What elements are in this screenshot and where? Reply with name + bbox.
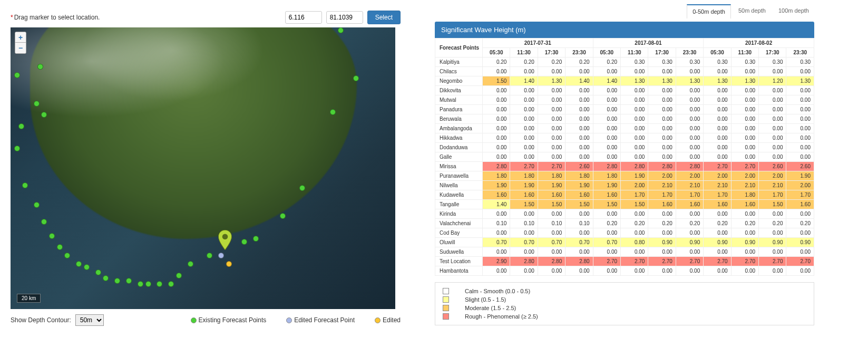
wave-value-cell: 0.00 [759, 124, 786, 133]
wave-value-cell: 0.30 [731, 57, 758, 67]
forecast-point-marker[interactable] [207, 253, 212, 258]
wave-value-cell: 0.00 [621, 95, 648, 105]
wave-value-cell: 0.00 [704, 105, 731, 114]
depth-contour-select[interactable]: 50m [75, 314, 104, 326]
wave-value-cell: 0.00 [759, 114, 786, 124]
lat-input[interactable] [285, 11, 322, 24]
forecast-point-marker[interactable] [218, 253, 224, 258]
forecast-point-marker[interactable] [114, 278, 120, 284]
wave-value-cell: 0.00 [565, 247, 593, 257]
forecast-point-marker[interactable] [330, 109, 336, 115]
wave-value-cell: 0.00 [483, 133, 510, 143]
wave-value-cell: 0.00 [676, 209, 703, 219]
wave-value-cell: 0.20 [593, 57, 620, 67]
wave-value-cell: 2.00 [731, 171, 758, 181]
forecast-point-marker[interactable] [34, 101, 40, 107]
forecast-point-marker[interactable] [176, 273, 182, 278]
forecast-point-marker[interactable] [168, 281, 174, 287]
forecast-point-marker[interactable] [241, 239, 247, 245]
legend-row: Rough - Phenomenal (≥ 2.5) [443, 312, 806, 321]
wave-value-cell: 2.60 [759, 162, 786, 171]
wave-value-cell: 1.30 [676, 76, 703, 86]
wave-value-cell: 0.00 [704, 114, 731, 124]
wave-value-cell: 0.00 [759, 86, 786, 95]
wave-value-cell: 0.00 [593, 209, 620, 219]
legend-label: Moderate (1.5 - 2.5) [465, 304, 516, 312]
forecast-point-marker[interactable] [103, 275, 109, 281]
location-pin-icon[interactable] [218, 230, 232, 244]
forecast-point-marker[interactable] [41, 219, 47, 225]
wave-value-cell: 0.00 [704, 133, 731, 143]
wave-value-cell: 0.00 [759, 133, 786, 143]
wave-value-cell: 0.20 [565, 57, 593, 67]
wave-value-cell: 0.00 [510, 152, 538, 162]
wave-value-cell: 0.00 [483, 114, 510, 124]
forecast-point-marker[interactable] [280, 213, 286, 219]
wave-value-cell: 1.50 [621, 200, 648, 209]
wave-value-cell: 1.20 [759, 76, 786, 86]
lon-input[interactable] [326, 11, 363, 24]
tab-depth-50[interactable]: 50m depth [733, 4, 771, 18]
wave-value-cell: 2.80 [483, 162, 510, 171]
wave-value-cell: 0.30 [621, 57, 648, 67]
wave-value-cell: 1.50 [593, 200, 620, 209]
tab-depth-0-50[interactable]: 0-50m depth [687, 4, 731, 19]
map-view[interactable]: + − 20 km [11, 27, 395, 309]
wave-value-cell: 1.40 [510, 76, 538, 86]
wave-value-cell: 0.00 [510, 209, 538, 219]
wave-value-cell: 1.50 [565, 200, 593, 209]
wave-value-cell: 0.10 [538, 219, 565, 228]
time-header: 05:30 [483, 48, 510, 57]
wave-value-cell: 1.40 [593, 76, 620, 86]
wave-value-cell: 0.00 [621, 247, 648, 257]
wave-value-cell: 2.90 [483, 257, 510, 266]
wave-value-cell: 0.20 [648, 219, 676, 228]
forecast-point-label: Puranawella [435, 171, 483, 181]
wave-value-cell: 1.80 [593, 171, 620, 181]
wave-value-cell: 0.00 [593, 152, 620, 162]
forecast-point-marker[interactable] [157, 281, 162, 287]
forecast-point-marker[interactable] [57, 244, 63, 250]
wave-value-cell: 1.30 [648, 76, 676, 86]
tab-depth-100[interactable]: 100m depth [773, 4, 814, 18]
select-button[interactable]: Select [367, 11, 401, 24]
forecast-point-marker[interactable] [299, 185, 305, 191]
wave-value-cell: 1.60 [483, 190, 510, 200]
forecast-point-marker[interactable] [18, 123, 24, 129]
forecast-point-marker[interactable] [188, 261, 193, 267]
forecast-point-marker[interactable] [14, 146, 20, 151]
forecast-point-marker[interactable] [126, 278, 132, 284]
legend-row: Slight (0.5 - 1.5) [443, 295, 806, 304]
wave-value-cell: 0.20 [621, 219, 648, 228]
table-row: Negombo1.501.401.301.401.401.301.301.301… [435, 76, 814, 86]
zoom-in-button[interactable]: + [15, 32, 26, 43]
table-row: Valachchenai0.100.100.100.100.200.200.20… [435, 219, 814, 228]
forecast-point-marker[interactable] [226, 261, 232, 267]
wave-value-cell: 0.00 [565, 143, 593, 152]
wave-value-cell: 0.00 [676, 152, 703, 162]
forecast-point-marker[interactable] [34, 202, 40, 208]
wave-value-cell: 2.70 [759, 257, 786, 266]
wave-value-cell: 0.70 [593, 238, 620, 247]
forecast-point-marker[interactable] [64, 253, 70, 258]
forecast-point-marker[interactable] [22, 182, 28, 188]
forecast-title: Significant Wave Height (m) [435, 22, 814, 38]
wave-value-cell: 0.00 [621, 152, 648, 162]
legend-edited: Edited [375, 316, 401, 324]
wave-value-cell: 0.00 [731, 209, 758, 219]
forecast-point-marker[interactable] [338, 27, 344, 33]
wave-value-cell: 1.60 [648, 200, 676, 209]
wave-value-cell: 0.00 [676, 86, 703, 95]
forecast-point-marker[interactable] [95, 269, 101, 275]
forecast-point-marker[interactable] [49, 233, 55, 239]
zoom-out-button[interactable]: − [15, 43, 26, 53]
wave-value-cell: 1.70 [704, 190, 731, 200]
wave-value-cell: 0.00 [510, 133, 538, 143]
wave-value-cell: 0.00 [676, 105, 703, 114]
forecast-point-marker[interactable] [138, 281, 143, 287]
forecast-point-marker[interactable] [253, 236, 259, 242]
forecast-point-marker[interactable] [84, 264, 90, 270]
forecast-point-marker[interactable] [145, 281, 151, 287]
forecast-point-marker[interactable] [76, 261, 82, 267]
forecast-point-marker[interactable] [353, 75, 359, 81]
